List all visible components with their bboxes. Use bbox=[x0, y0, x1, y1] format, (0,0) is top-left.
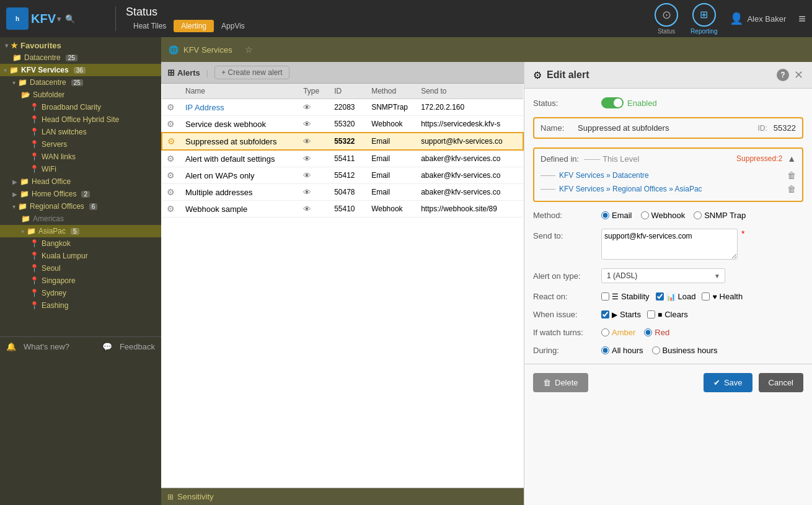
row-gear-button[interactable]: ⚙ bbox=[167, 102, 175, 112]
table-row[interactable]: ⚙ IP Address 👁 22083 SNMPTrap 172.20.2.1… bbox=[162, 99, 523, 116]
sidebar-item-broadband[interactable]: 📍 Broadband Clarity bbox=[0, 101, 161, 113]
defined-in-path-2[interactable]: KFV Services » Regional Offices » AsiaPa… bbox=[559, 185, 783, 193]
close-panel-button[interactable]: ✕ bbox=[794, 68, 803, 82]
sidebar-item-datacentre-fav[interactable]: 📁 Datacentre 25 bbox=[0, 51, 161, 64]
status-toggle[interactable] bbox=[601, 97, 624, 108]
defined-in-path-1[interactable]: KFV Services » Datacentre bbox=[559, 171, 783, 180]
row-name[interactable]: Webhook sample bbox=[185, 204, 247, 214]
defined-in-delete-2[interactable]: 🗑 bbox=[787, 184, 796, 194]
sidebar-item-hoh[interactable]: 📍 Head Office Hybrid Site bbox=[0, 113, 161, 126]
tab-alerting[interactable]: Alerting bbox=[174, 20, 214, 32]
red-radio[interactable] bbox=[644, 328, 652, 336]
row-eye-button[interactable]: 👁 bbox=[303, 171, 311, 180]
whats-new-bar[interactable]: 🔔 What's new? 💬 Feedback bbox=[0, 336, 161, 356]
name-input[interactable] bbox=[578, 123, 752, 133]
favourites-header[interactable]: ▾ ★ Favourites bbox=[0, 37, 161, 51]
method-email-radio[interactable] bbox=[601, 211, 609, 219]
row-gear-button[interactable]: ⚙ bbox=[167, 187, 175, 197]
sidebar-item-eashing[interactable]: 📍 Eashing bbox=[0, 299, 161, 312]
defined-in-delete-1[interactable]: 🗑 bbox=[787, 170, 796, 180]
react-health[interactable]: ♥ Health bbox=[702, 292, 743, 301]
nav-status[interactable]: ⊙ Status bbox=[655, 3, 678, 35]
row-eye-button[interactable]: 👁 bbox=[303, 154, 311, 164]
sidebar-item-americas[interactable]: 📁 Americas bbox=[0, 213, 161, 225]
row-name[interactable]: Suppressed at subfolders bbox=[185, 137, 276, 146]
react-stability[interactable]: ☰ Stability bbox=[601, 292, 650, 301]
sidebar-item-kl[interactable]: 📍 Kuala Lumpur bbox=[0, 250, 161, 262]
sidebar-item-seoul[interactable]: 📍 Seoul bbox=[0, 262, 161, 274]
alert-on-type-select[interactable]: 1 (ADSL) bbox=[601, 268, 725, 283]
search-icon[interactable]: 🔍 bbox=[65, 14, 75, 24]
sidebar-item-bangkok[interactable]: 📍 Bangkok bbox=[0, 237, 161, 250]
row-gear-button[interactable]: ⚙ bbox=[167, 154, 175, 164]
table-row[interactable]: ⚙ Service desk webhook 👁 55320 Webhook h… bbox=[162, 116, 523, 133]
amber-radio[interactable] bbox=[601, 328, 609, 336]
row-gear-button-selected[interactable]: ⚙ bbox=[167, 136, 175, 146]
sidebar-item-wifi[interactable]: 📍 WiFi bbox=[0, 163, 161, 175]
sidebar-item-datacentre[interactable]: ▾ 📁 Datacentre 25 bbox=[0, 76, 161, 89]
table-row[interactable]: ⚙ Alert with default settings 👁 55411 Em… bbox=[162, 150, 523, 167]
row-eye-button[interactable]: 👁 bbox=[303, 204, 311, 214]
row-gear-button[interactable]: ⚙ bbox=[167, 170, 175, 180]
cancel-button[interactable]: Cancel bbox=[759, 373, 803, 392]
row-gear-button[interactable]: ⚙ bbox=[167, 119, 175, 129]
method-webhook-radio[interactable] bbox=[641, 211, 649, 219]
sidebar-item-wan[interactable]: 📍 WAN links bbox=[0, 151, 161, 163]
create-new-alert-button[interactable]: + Create new alert bbox=[214, 66, 289, 79]
method-webhook[interactable]: Webhook bbox=[641, 211, 686, 220]
health-checkbox[interactable] bbox=[702, 292, 710, 301]
load-checkbox[interactable] bbox=[656, 292, 664, 301]
watch-amber[interactable]: Amber bbox=[601, 328, 635, 337]
nav-reporting[interactable]: ⊞ Reporting bbox=[691, 3, 717, 35]
row-gear-button[interactable]: ⚙ bbox=[167, 204, 175, 214]
method-snmp[interactable]: SNMP Trap bbox=[694, 211, 746, 220]
table-row[interactable]: ⚙ Multiple addresses 👁 50478 Email abake… bbox=[162, 184, 523, 201]
table-row-selected[interactable]: ⚙ Suppressed at subfolders 👁 55322 Email… bbox=[162, 133, 523, 150]
hamburger-menu[interactable]: ≡ bbox=[798, 12, 806, 26]
suppressed-count[interactable]: Suppressed:2 bbox=[736, 154, 782, 163]
row-name[interactable]: Alert on WAPs only bbox=[185, 171, 255, 180]
sidebar-item-asiapac[interactable]: ▾ 📁 AsiaPac 5 bbox=[0, 225, 161, 237]
row-name[interactable]: Multiple addresses bbox=[185, 188, 252, 197]
row-name[interactable]: Alert with default settings bbox=[185, 154, 275, 164]
when-clears[interactable]: ■ Clears bbox=[647, 310, 688, 319]
sidebar-item-kfv-services[interactable]: ▾ 📁 KFV Services 36 bbox=[0, 64, 161, 76]
favourite-star-button[interactable]: ☆ bbox=[237, 41, 260, 58]
sidebar-item-sydney[interactable]: 📍 Sydney bbox=[0, 287, 161, 299]
row-name[interactable]: Service desk webhook bbox=[185, 120, 266, 129]
sidebar-item-servers[interactable]: 📍 Servers bbox=[0, 138, 161, 151]
row-eye-button[interactable]: 👁 bbox=[303, 188, 311, 197]
logo-arrow[interactable]: ▾ bbox=[57, 14, 61, 24]
when-starts[interactable]: ▶ Starts bbox=[601, 310, 641, 319]
suppress-chevron[interactable]: ▲ bbox=[787, 154, 796, 164]
watch-red[interactable]: Red bbox=[644, 328, 669, 337]
during-business-hours[interactable]: Business hours bbox=[652, 346, 718, 355]
sidebar-item-lan[interactable]: 📍 LAN switches bbox=[0, 126, 161, 138]
method-snmp-radio[interactable] bbox=[694, 211, 702, 219]
react-load[interactable]: 📊 Load bbox=[656, 292, 696, 301]
row-eye-button[interactable]: 👁 bbox=[303, 137, 311, 146]
help-button[interactable]: ? bbox=[777, 69, 789, 81]
method-email[interactable]: Email bbox=[601, 211, 632, 220]
user-menu[interactable]: 👤 Alex Baker bbox=[730, 12, 786, 25]
table-row[interactable]: ⚙ Webhook sample 👁 55410 Webhook https:/… bbox=[162, 201, 523, 217]
sidebar-item-subfolder[interactable]: 📂 Subfolder bbox=[0, 89, 161, 101]
sidebar-item-regional[interactable]: ▾ 📁 Regional Offices 6 bbox=[0, 200, 161, 213]
clears-checkbox[interactable] bbox=[647, 310, 655, 318]
during-all-hours[interactable]: All hours bbox=[601, 346, 643, 355]
business-hours-radio[interactable] bbox=[652, 346, 660, 354]
sidebar-item-home-offices[interactable]: ▶ 📁 Home Offices 2 bbox=[0, 188, 161, 200]
stability-checkbox[interactable] bbox=[601, 292, 609, 301]
table-row[interactable]: ⚙ Alert on WAPs only 👁 55412 Email abake… bbox=[162, 167, 523, 184]
sidebar-item-singapore[interactable]: 📍 Singapore bbox=[0, 274, 161, 287]
all-hours-radio[interactable] bbox=[601, 346, 609, 354]
sidebar-item-head-office[interactable]: ▶ 📁 Head Office bbox=[0, 175, 161, 188]
send-to-textarea[interactable]: support@kfv-services.com bbox=[601, 229, 738, 260]
save-button[interactable]: ✔ Save bbox=[704, 373, 752, 392]
delete-button[interactable]: 🗑 Delete bbox=[533, 373, 588, 392]
row-eye-button[interactable]: 👁 bbox=[303, 120, 311, 129]
tab-appvis[interactable]: AppVis bbox=[214, 20, 252, 32]
starts-checkbox[interactable] bbox=[601, 310, 609, 318]
row-eye-button[interactable]: 👁 bbox=[303, 103, 311, 112]
row-name[interactable]: IP Address bbox=[185, 103, 224, 112]
